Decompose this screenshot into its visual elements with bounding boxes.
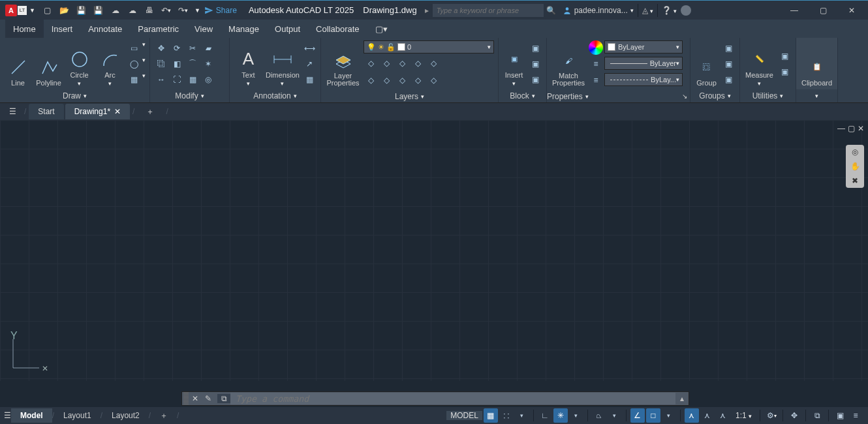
ungroup-icon[interactable]: ▣ <box>721 41 736 55</box>
maximize-button[interactable]: ▢ <box>809 1 837 20</box>
cmd-expand-icon[interactable]: ▴ <box>675 394 689 403</box>
close-button[interactable]: ✕ <box>838 1 865 20</box>
save-icon[interactable]: 💾 <box>76 5 87 16</box>
vp-maximize-icon[interactable]: ▢ <box>848 124 855 133</box>
scale-icon[interactable]: ⛶ <box>170 72 184 87</box>
offset-icon[interactable]: ◎ <box>201 72 215 87</box>
group-select-icon[interactable]: ▣ <box>721 72 736 87</box>
new-icon[interactable]: ▢ <box>42 5 54 16</box>
layer-change-icon[interactable]: ◇ <box>426 73 441 87</box>
account-menu[interactable]: padee.innova...▾ <box>563 6 634 15</box>
autodesk-app-icon[interactable]: ◬ ▾ <box>642 6 653 15</box>
vp-minimize-icon[interactable]: — <box>837 124 845 133</box>
clipboard-button[interactable]: 📋Clipboard <box>800 41 833 87</box>
text-button[interactable]: AText▾ <box>234 41 263 87</box>
search-input[interactable] <box>433 4 544 17</box>
measure-button[interactable]: 📏Measure▾ <box>744 41 775 87</box>
match-properties-button[interactable]: 🖌Match Properties <box>551 41 586 87</box>
command-input[interactable] <box>230 393 675 404</box>
linear-icon[interactable]: ⟷ <box>302 41 317 55</box>
dimension-button[interactable]: Dimension▾ <box>266 41 300 87</box>
isodraft-icon[interactable]: ⏢ <box>592 408 606 423</box>
anno-monitor-icon[interactable]: ⧉ <box>810 408 824 423</box>
redo-icon[interactable]: ↷ ▾ <box>178 5 189 16</box>
web-save-icon[interactable]: ☁ <box>127 5 138 16</box>
customize-status-icon[interactable]: ≡ <box>848 408 863 423</box>
vp-close-icon[interactable]: ✕ <box>858 124 864 133</box>
move-icon[interactable]: ✥ <box>154 41 168 55</box>
tab-manage[interactable]: Manage <box>221 20 267 38</box>
ortho-icon[interactable]: ∟ <box>538 408 552 423</box>
tab-drawing1[interactable]: Drawing1*✕ <box>65 104 130 119</box>
app-menu[interactable]: A LT ▼ <box>5 5 35 16</box>
color-dropdown[interactable]: ByLayer▾ <box>604 40 683 53</box>
hatch-icon[interactable]: ▦ <box>127 72 141 87</box>
tab-insert[interactable]: Insert <box>44 20 81 38</box>
undo-icon[interactable]: ↶ ▾ <box>161 5 172 16</box>
tab-view[interactable]: View <box>187 20 221 38</box>
edit-block-icon[interactable]: ▣ <box>528 57 542 71</box>
cmd-close-icon[interactable]: ✕ <box>189 394 202 403</box>
tab-home[interactable]: Home <box>5 20 44 38</box>
calculator-icon[interactable]: ▣ <box>777 65 792 79</box>
polar-drop-icon[interactable]: ▾ <box>569 408 583 423</box>
grid-toggle-icon[interactable]: ▦ <box>484 408 498 423</box>
circle-button[interactable]: Circle▾ <box>65 41 93 87</box>
table-icon[interactable]: ▦ <box>302 72 317 87</box>
layout-menu-icon[interactable]: ☰ <box>4 411 11 420</box>
drawing-canvas[interactable]: — ▢ ✕ ◎ ✋ ✖ Y ✕ <box>0 120 868 381</box>
rotate-icon[interactable]: ⟳ <box>170 41 184 55</box>
layer-freeze-icon[interactable]: ◇ <box>379 56 394 70</box>
tab-layout1[interactable]: Layout1 <box>54 408 101 423</box>
gear-icon[interactable]: ⚙▾ <box>764 408 779 423</box>
layer-walk-icon[interactable]: ◇ <box>411 73 425 87</box>
panel-modify-title[interactable]: Modify▾ <box>150 89 229 102</box>
create-block-icon[interactable]: ▣ <box>528 41 542 55</box>
mirror-icon[interactable]: ◧ <box>170 57 184 71</box>
status-model[interactable]: MODEL <box>446 411 482 420</box>
linetype-dropdown[interactable]: ByLay...▾ <box>604 73 683 86</box>
panel-block-title[interactable]: Block▾ <box>499 89 546 102</box>
tab-layout2[interactable]: Layout2 <box>102 408 149 423</box>
layer-isolate-icon[interactable]: ◇ <box>411 56 425 70</box>
tab-annotate[interactable]: Annotate <box>80 20 130 38</box>
panel-annotation-title[interactable]: Annotation▾ <box>230 89 320 102</box>
layer-previous-icon[interactable]: ◇ <box>379 73 394 87</box>
fillet-icon[interactable]: ⌒ <box>185 57 200 71</box>
ellipse-icon[interactable]: ◯ <box>127 57 141 71</box>
share-button[interactable]: Share <box>204 6 237 15</box>
isodraft-drop-icon[interactable]: ▾ <box>608 408 622 423</box>
filetab-menu-icon[interactable]: ☰ <box>9 107 16 116</box>
group-edit-icon[interactable]: ▣ <box>721 57 736 71</box>
snap-toggle-icon[interactable]: ⸬ <box>499 408 514 423</box>
arc-button[interactable]: Arc▾ <box>96 41 124 87</box>
polar-icon[interactable]: ✳ <box>553 408 568 423</box>
zoom-extents-icon[interactable]: ✖ <box>852 176 858 185</box>
layer-states-icon[interactable]: ◇ <box>395 73 409 87</box>
infocenter-expand[interactable]: ▸ <box>425 6 429 15</box>
trim-icon[interactable]: ✂ <box>185 41 200 55</box>
close-tab-icon[interactable]: ✕ <box>114 107 121 116</box>
linetype-icon[interactable]: ≡ <box>589 73 603 87</box>
tab-output[interactable]: Output <box>267 20 308 38</box>
leader-icon[interactable]: ↗ <box>302 57 317 71</box>
stretch-icon[interactable]: ↔ <box>154 72 168 87</box>
qat-expand[interactable]: ▼ <box>194 7 200 14</box>
sync-icon[interactable] <box>681 5 691 16</box>
layer-properties-button[interactable]: Layer Properties <box>325 41 361 87</box>
cmd-drag-handle[interactable] <box>183 392 189 405</box>
array-icon[interactable]: ▦ <box>185 72 200 87</box>
line-button[interactable]: Line <box>4 41 32 87</box>
steering-wheel-icon[interactable]: ◎ <box>852 147 858 157</box>
layer-match-icon[interactable]: ◇ <box>364 73 378 87</box>
polyline-button[interactable]: Polyline <box>35 41 63 87</box>
explode-icon[interactable]: ✶ <box>201 57 215 71</box>
insert-button[interactable]: ▣Insert▾ <box>503 41 525 87</box>
pan-icon[interactable]: ✋ <box>850 162 860 171</box>
anno-auto-icon[interactable]: ⋏ <box>716 408 730 423</box>
help-icon[interactable]: ❔ ▾ <box>662 6 677 15</box>
lineweight-dropdown[interactable]: ByLayer▾ <box>604 57 683 70</box>
cmd-customize-icon[interactable]: ✎ <box>202 394 215 403</box>
edit-attr-icon[interactable]: ▣ <box>528 72 542 87</box>
group-button[interactable]: ⿴Group <box>694 41 719 87</box>
